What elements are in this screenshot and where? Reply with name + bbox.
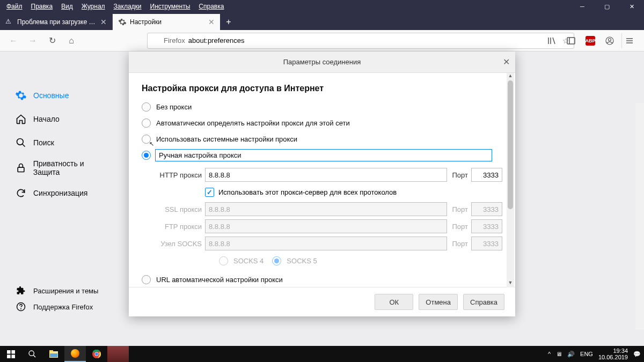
ok-button[interactable]: ОК	[375, 294, 413, 310]
svg-point-7	[17, 139, 24, 145]
radio-no-proxy[interactable]: Без прокси	[142, 99, 502, 115]
menu-view[interactable]: Вид	[57, 3, 77, 10]
menu-help[interactable]: Справка	[194, 3, 228, 10]
checkbox-icon: ✓	[205, 188, 214, 197]
taskbar: ^ 🖥 🔊 ENG 19:34 10.06.2019 💬	[0, 346, 644, 362]
account-icon[interactable]	[602, 33, 617, 48]
tray-monitor-icon[interactable]: 🖥	[556, 351, 562, 357]
radio-icon	[142, 102, 151, 112]
http-proxy-label: HTTP прокси	[156, 171, 202, 179]
urlbar[interactable]: Firefox about:preferences ☆	[147, 33, 574, 49]
tray-volume-icon[interactable]: 🔊	[567, 351, 575, 358]
tab-active[interactable]: Настройки ✕	[113, 14, 220, 30]
ftp-proxy-label: FTP прокси	[156, 223, 202, 231]
category-home[interactable]: Начало	[15, 107, 112, 131]
svg-rect-19	[49, 350, 53, 352]
radio-auto-detect[interactable]: Автоматически определять настройки прокс…	[142, 115, 502, 131]
tab-close-icon[interactable]: ✕	[100, 18, 107, 26]
preferences-sidebar-bottom: Расширения и темы Поддержка Firefox	[15, 283, 122, 315]
http-proxy-input[interactable]	[205, 168, 447, 182]
toolbar: ← → ↻ ⌂ Firefox about:preferences ☆ ABP	[0, 30, 644, 51]
checkbox-label: Использовать этот прокси-сервер для всех…	[218, 188, 397, 196]
scroll-down-icon[interactable]: ▼	[507, 280, 514, 287]
dialog-close-button[interactable]: ✕	[503, 57, 510, 67]
dialog-body: Настройка прокси для доступа в Интернет …	[129, 73, 515, 287]
task-firefox[interactable]	[64, 346, 86, 362]
category-label: Расширения и темы	[33, 287, 98, 295]
radio-icon	[142, 275, 151, 284]
category-search[interactable]: Поиск	[15, 131, 112, 154]
scroll-up-icon[interactable]: ▲	[507, 73, 514, 80]
task-app[interactable]	[107, 346, 129, 362]
svg-point-11	[21, 308, 21, 309]
preferences-sidebar: Основные Начало Поиск Приватность и Защи…	[15, 84, 112, 205]
sidebar-icon[interactable]	[564, 33, 579, 48]
svg-line-8	[23, 144, 25, 147]
warning-icon: ⚠	[5, 18, 14, 26]
scroll-thumb[interactable]	[508, 80, 513, 209]
radio-socks4[interactable]: SOCKS 4	[219, 253, 264, 269]
radio-manual-proxy[interactable]: Ручная настройка прокси	[142, 147, 502, 163]
new-tab-button[interactable]: +	[220, 14, 237, 30]
menu-history[interactable]: Журнал	[77, 3, 109, 10]
help-icon	[15, 301, 27, 313]
page-scrollbar[interactable]	[635, 103, 644, 330]
radio-system-proxy[interactable]: ↖ Использовать системные настройки прокс…	[142, 131, 502, 147]
category-privacy[interactable]: Приватность и Защита	[15, 154, 112, 181]
cancel-button[interactable]: Отмена	[419, 294, 458, 310]
search-button[interactable]	[21, 346, 43, 362]
dialog-title: Параметры соединения	[283, 58, 361, 66]
menu-tools[interactable]: Инструменты	[146, 3, 195, 10]
dialog-header: Параметры соединения ✕	[129, 51, 515, 73]
category-sync[interactable]: Синхронизация	[15, 181, 112, 205]
svg-line-17	[33, 355, 35, 357]
home-icon	[15, 113, 27, 125]
tab-close-icon[interactable]: ✕	[208, 18, 215, 26]
task-explorer[interactable]	[43, 346, 64, 362]
home-button[interactable]: ⌂	[63, 33, 79, 49]
radio-icon	[219, 256, 228, 265]
use-for-all-checkbox[interactable]: ✓ Использовать этот прокси-сервер для вс…	[205, 183, 502, 201]
radio-socks5[interactable]: SOCKS 5	[272, 253, 317, 269]
back-button[interactable]: ←	[5, 33, 21, 49]
menu-bookmarks[interactable]: Закладки	[109, 3, 146, 10]
tray-lang[interactable]: ENG	[580, 351, 593, 357]
url-text: about:preferences	[188, 36, 562, 45]
start-button[interactable]	[0, 346, 21, 362]
radio-auto-url[interactable]: URL автоматической настройки прокси	[142, 271, 502, 287]
ftp-port-input	[471, 219, 502, 233]
radio-icon	[142, 151, 151, 160]
gear-icon	[15, 90, 27, 101]
dialog-heading: Настройка прокси для доступа в Интернет	[142, 84, 502, 93]
proxy-fields: HTTP прокси Порт ✓ Использовать этот про…	[156, 166, 502, 269]
tray-chevron-icon[interactable]: ^	[548, 351, 551, 357]
lock-icon	[15, 162, 27, 174]
radio-label-focused: Ручная настройка прокси	[155, 149, 492, 161]
close-button[interactable]: ✕	[619, 0, 644, 13]
reload-button[interactable]: ↻	[44, 33, 60, 49]
svg-rect-15	[11, 354, 15, 358]
socks-host-label: Узел SOCKS	[156, 240, 202, 248]
maximize-button[interactable]: ▢	[595, 0, 619, 13]
category-extensions[interactable]: Расширения и темы	[15, 283, 122, 299]
task-chrome[interactable]	[86, 346, 107, 362]
category-label: Поиск	[33, 138, 54, 147]
category-support[interactable]: Поддержка Firefox	[15, 299, 122, 315]
help-button[interactable]: Справка	[463, 294, 504, 310]
svg-rect-9	[18, 167, 24, 172]
menu-edit[interactable]: Правка	[27, 3, 57, 10]
tab-inactive[interactable]: ⚠ Проблема при загрузке стран ✕	[0, 14, 113, 30]
menu-file[interactable]: Файл	[2, 3, 27, 10]
category-general[interactable]: Основные	[15, 84, 112, 107]
tray-clock[interactable]: 19:34 10.06.2019	[598, 348, 628, 360]
abp-icon[interactable]: ABP	[583, 33, 598, 48]
http-port-input[interactable]	[471, 168, 502, 182]
hamburger-menu-icon[interactable]	[621, 33, 636, 48]
minimize-button[interactable]: ─	[570, 0, 595, 13]
dialog-scrollbar[interactable]: ▲ ▼	[507, 73, 514, 287]
library-icon[interactable]	[544, 33, 559, 48]
tray-notifications-icon[interactable]: 💬	[633, 351, 641, 358]
gear-icon	[118, 18, 127, 26]
connection-settings-dialog: Параметры соединения ✕ Настройка прокси …	[129, 51, 515, 316]
forward-button[interactable]: →	[25, 33, 41, 49]
